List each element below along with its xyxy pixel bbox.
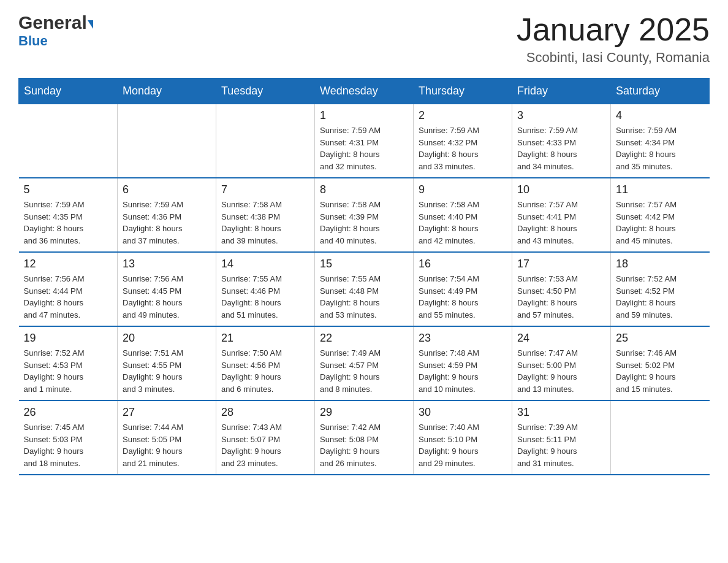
- day-info: Sunrise: 7:42 AM Sunset: 5:08 PM Dayligh…: [320, 421, 408, 469]
- day-number: 9: [419, 183, 507, 196]
- calendar-cell: 15Sunrise: 7:55 AM Sunset: 4:48 PM Dayli…: [315, 252, 414, 326]
- day-info: Sunrise: 7:58 AM Sunset: 4:40 PM Dayligh…: [419, 199, 507, 247]
- page-header: General Blue January 2025 Scobinti, Iasi…: [18, 12, 710, 66]
- calendar-week-row: 19Sunrise: 7:52 AM Sunset: 4:53 PM Dayli…: [19, 326, 710, 400]
- calendar-cell: 17Sunrise: 7:53 AM Sunset: 4:50 PM Dayli…: [512, 252, 611, 326]
- day-number: 13: [123, 258, 211, 270]
- day-number: 6: [123, 183, 211, 196]
- day-info: Sunrise: 7:52 AM Sunset: 4:52 PM Dayligh…: [616, 273, 705, 321]
- day-info: Sunrise: 7:59 AM Sunset: 4:33 PM Dayligh…: [517, 124, 605, 172]
- day-info: Sunrise: 7:58 AM Sunset: 4:39 PM Dayligh…: [320, 199, 408, 247]
- day-number: 10: [517, 183, 605, 196]
- calendar-cell: 12Sunrise: 7:56 AM Sunset: 4:44 PM Dayli…: [19, 252, 118, 326]
- day-info: Sunrise: 7:56 AM Sunset: 4:45 PM Dayligh…: [123, 273, 211, 321]
- calendar-cell: [118, 104, 216, 178]
- month-title: January 2025: [517, 12, 710, 47]
- calendar-cell: 25Sunrise: 7:46 AM Sunset: 5:02 PM Dayli…: [611, 326, 710, 400]
- day-info: Sunrise: 7:46 AM Sunset: 5:02 PM Dayligh…: [616, 347, 705, 395]
- calendar-cell: 6Sunrise: 7:59 AM Sunset: 4:36 PM Daylig…: [118, 178, 216, 252]
- day-info: Sunrise: 7:57 AM Sunset: 4:42 PM Dayligh…: [616, 199, 705, 247]
- calendar-cell: 22Sunrise: 7:49 AM Sunset: 4:57 PM Dayli…: [315, 326, 414, 400]
- day-info: Sunrise: 7:59 AM Sunset: 4:34 PM Dayligh…: [616, 124, 705, 172]
- calendar-cell: 13Sunrise: 7:56 AM Sunset: 4:45 PM Dayli…: [118, 252, 216, 326]
- day-number: 4: [616, 109, 705, 122]
- day-number: 20: [123, 332, 211, 345]
- day-number: 28: [221, 406, 309, 419]
- day-of-week-header: Thursday: [414, 79, 512, 104]
- day-number: 31: [517, 406, 605, 419]
- day-number: 15: [320, 258, 408, 270]
- calendar-cell: 27Sunrise: 7:44 AM Sunset: 5:05 PM Dayli…: [118, 400, 216, 475]
- day-number: 2: [419, 109, 507, 122]
- day-number: 11: [616, 183, 705, 196]
- calendar-table: SundayMondayTuesdayWednesdayThursdayFrid…: [18, 78, 710, 475]
- calendar-week-row: 1Sunrise: 7:59 AM Sunset: 4:31 PM Daylig…: [19, 104, 710, 178]
- calendar-cell: 14Sunrise: 7:55 AM Sunset: 4:46 PM Dayli…: [216, 252, 315, 326]
- day-info: Sunrise: 7:53 AM Sunset: 4:50 PM Dayligh…: [517, 273, 605, 321]
- day-number: 17: [517, 258, 605, 270]
- calendar-cell: 26Sunrise: 7:45 AM Sunset: 5:03 PM Dayli…: [19, 400, 118, 475]
- calendar-cell: 10Sunrise: 7:57 AM Sunset: 4:41 PM Dayli…: [512, 178, 611, 252]
- day-info: Sunrise: 7:58 AM Sunset: 4:38 PM Dayligh…: [221, 199, 309, 247]
- day-of-week-header: Monday: [118, 79, 216, 104]
- day-info: Sunrise: 7:55 AM Sunset: 4:46 PM Dayligh…: [221, 273, 309, 321]
- logo: General Blue: [18, 12, 93, 49]
- day-number: 27: [123, 406, 211, 419]
- day-number: 12: [24, 258, 113, 270]
- day-number: 19: [24, 332, 113, 345]
- day-info: Sunrise: 7:50 AM Sunset: 4:56 PM Dayligh…: [221, 347, 309, 395]
- day-of-week-header: Sunday: [19, 79, 118, 104]
- day-info: Sunrise: 7:57 AM Sunset: 4:41 PM Dayligh…: [517, 199, 605, 247]
- days-of-week-row: SundayMondayTuesdayWednesdayThursdayFrid…: [19, 79, 710, 104]
- calendar-cell: [19, 104, 118, 178]
- day-info: Sunrise: 7:39 AM Sunset: 5:11 PM Dayligh…: [517, 421, 605, 469]
- logo-arrow-icon: [88, 20, 93, 29]
- day-number: 22: [320, 332, 408, 345]
- day-info: Sunrise: 7:59 AM Sunset: 4:32 PM Dayligh…: [419, 124, 507, 172]
- calendar-cell: 1Sunrise: 7:59 AM Sunset: 4:31 PM Daylig…: [315, 104, 414, 178]
- day-of-week-header: Tuesday: [216, 79, 315, 104]
- day-info: Sunrise: 7:52 AM Sunset: 4:53 PM Dayligh…: [24, 347, 113, 395]
- title-section: January 2025 Scobinti, Iasi County, Roma…: [517, 12, 710, 66]
- calendar-cell: 7Sunrise: 7:58 AM Sunset: 4:38 PM Daylig…: [216, 178, 315, 252]
- calendar-cell: 23Sunrise: 7:48 AM Sunset: 4:59 PM Dayli…: [414, 326, 512, 400]
- calendar-cell: 20Sunrise: 7:51 AM Sunset: 4:55 PM Dayli…: [118, 326, 216, 400]
- day-number: 18: [616, 258, 705, 270]
- calendar-cell: 2Sunrise: 7:59 AM Sunset: 4:32 PM Daylig…: [414, 104, 512, 178]
- day-number: 16: [419, 258, 507, 270]
- day-of-week-header: Wednesday: [315, 79, 414, 104]
- calendar-cell: 3Sunrise: 7:59 AM Sunset: 4:33 PM Daylig…: [512, 104, 611, 178]
- calendar-cell: [611, 400, 710, 475]
- day-info: Sunrise: 7:44 AM Sunset: 5:05 PM Dayligh…: [123, 421, 211, 469]
- calendar-cell: 11Sunrise: 7:57 AM Sunset: 4:42 PM Dayli…: [611, 178, 710, 252]
- day-info: Sunrise: 7:49 AM Sunset: 4:57 PM Dayligh…: [320, 347, 408, 395]
- day-info: Sunrise: 7:48 AM Sunset: 4:59 PM Dayligh…: [419, 347, 507, 395]
- day-number: 25: [616, 332, 705, 345]
- day-info: Sunrise: 7:54 AM Sunset: 4:49 PM Dayligh…: [419, 273, 507, 321]
- day-info: Sunrise: 7:56 AM Sunset: 4:44 PM Dayligh…: [24, 273, 113, 321]
- day-info: Sunrise: 7:43 AM Sunset: 5:07 PM Dayligh…: [221, 421, 309, 469]
- day-number: 24: [517, 332, 605, 345]
- day-of-week-header: Saturday: [611, 79, 710, 104]
- logo-blue-text: Blue: [18, 33, 93, 49]
- day-number: 5: [24, 183, 113, 196]
- calendar-week-row: 26Sunrise: 7:45 AM Sunset: 5:03 PM Dayli…: [19, 400, 710, 475]
- day-number: 3: [517, 109, 605, 122]
- location-text: Scobinti, Iasi County, Romania: [517, 50, 710, 66]
- calendar-body: 1Sunrise: 7:59 AM Sunset: 4:31 PM Daylig…: [19, 104, 710, 475]
- day-info: Sunrise: 7:40 AM Sunset: 5:10 PM Dayligh…: [419, 421, 507, 469]
- calendar-cell: 24Sunrise: 7:47 AM Sunset: 5:00 PM Dayli…: [512, 326, 611, 400]
- calendar-cell: [216, 104, 315, 178]
- day-number: 26: [24, 406, 113, 419]
- day-number: 30: [419, 406, 507, 419]
- calendar-cell: 9Sunrise: 7:58 AM Sunset: 4:40 PM Daylig…: [414, 178, 512, 252]
- calendar-cell: 29Sunrise: 7:42 AM Sunset: 5:08 PM Dayli…: [315, 400, 414, 475]
- calendar-cell: 28Sunrise: 7:43 AM Sunset: 5:07 PM Dayli…: [216, 400, 315, 475]
- calendar-cell: 21Sunrise: 7:50 AM Sunset: 4:56 PM Dayli…: [216, 326, 315, 400]
- day-number: 14: [221, 258, 309, 270]
- day-info: Sunrise: 7:59 AM Sunset: 4:36 PM Dayligh…: [123, 199, 211, 247]
- day-number: 21: [221, 332, 309, 345]
- day-info: Sunrise: 7:51 AM Sunset: 4:55 PM Dayligh…: [123, 347, 211, 395]
- calendar-cell: 8Sunrise: 7:58 AM Sunset: 4:39 PM Daylig…: [315, 178, 414, 252]
- day-info: Sunrise: 7:45 AM Sunset: 5:03 PM Dayligh…: [24, 421, 113, 469]
